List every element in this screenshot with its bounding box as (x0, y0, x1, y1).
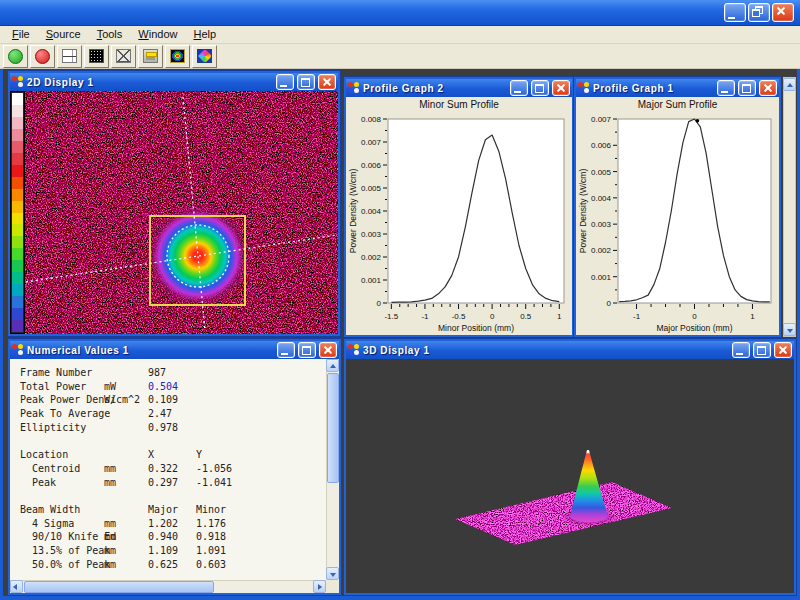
window-numerical-values: Numerical Values 1 Frame Number987Total … (8, 339, 341, 595)
menu-help[interactable]: Help (185, 27, 224, 42)
svg-text:0.006: 0.006 (591, 141, 612, 150)
svg-text:0.006: 0.006 (361, 161, 382, 170)
profiles-icon (62, 49, 77, 63)
svg-text:0.003: 0.003 (361, 230, 382, 239)
palette-icon (143, 49, 158, 63)
numeric-table: Frame Number987Total PowermW0.504Peak Po… (10, 359, 326, 580)
window-2d-display: 2D Display 1 (8, 71, 340, 336)
svg-text:Minor Sum Profile: Minor Sum Profile (419, 99, 499, 110)
palette-button[interactable] (138, 45, 163, 68)
app-close-button[interactable] (772, 3, 794, 22)
svg-text:0.004: 0.004 (361, 207, 382, 216)
profile1-close-button[interactable] (759, 80, 777, 96)
numeric-row: 4 Sigmamm1.2021.176 (10, 518, 326, 532)
svg-text:Major Sum Profile: Major Sum Profile (638, 99, 718, 110)
svg-text:1: 1 (750, 312, 755, 321)
beam-3d-peak-tip (587, 450, 590, 453)
menu-tools[interactable]: Tools (89, 27, 131, 42)
image-view-button[interactable] (84, 45, 109, 68)
numeric-row: 13.5% of Peakmm1.1091.091 (10, 545, 326, 559)
svg-text:-0.5: -0.5 (452, 312, 466, 321)
minor-axis-crosshair (183, 97, 205, 331)
3d-maximize-button[interactable] (753, 342, 771, 358)
window-app-icon (12, 76, 24, 88)
numeric-scroll-right-button[interactable] (313, 580, 326, 593)
window-app-icon (348, 344, 360, 356)
2d-close-button[interactable] (318, 74, 336, 90)
svg-text:0.008: 0.008 (361, 115, 382, 124)
application-window: FileSourceToolsWindowHelp 2D Display 1 (0, 0, 800, 600)
2d-minimize-button[interactable] (276, 74, 294, 90)
mdi-scroll-up-button[interactable] (783, 78, 796, 91)
profile1-titlebar[interactable]: Profile Graph 1 (576, 79, 779, 97)
mdi-scroll-down-button[interactable] (783, 323, 796, 336)
svg-text:0.001: 0.001 (361, 276, 382, 285)
numeric-row: Peak To Average2.47 (10, 408, 326, 422)
3d-display-content (346, 359, 794, 593)
numeric-row (10, 490, 326, 504)
beam-2d-view-button[interactable] (165, 45, 190, 68)
svg-text:Minor Position (mm): Minor Position (mm) (438, 323, 514, 333)
numeric-close-button[interactable] (319, 342, 337, 358)
window-3d-display: 3D Display 1 (344, 339, 796, 595)
numeric-vertical-scrollbar[interactable] (326, 359, 339, 580)
aperture-circle[interactable] (167, 225, 229, 287)
numeric-titlebar[interactable]: Numerical Values 1 (10, 341, 339, 359)
app-restore-button[interactable] (748, 3, 770, 22)
app-minimize-button[interactable] (724, 3, 746, 22)
profile2-title: Profile Graph 2 (363, 83, 507, 94)
numeric-row: 50.0% of Peakmm0.6250.603 (10, 559, 326, 573)
beam-3d-view-button[interactable] (192, 45, 217, 68)
profile1-content: Major Sum Profile00.0010.0020.0030.0040.… (576, 97, 779, 335)
red-circle-icon (35, 49, 50, 64)
numeric-scroll-left-button[interactable] (10, 580, 23, 593)
green-circle-icon (8, 49, 23, 64)
beam-3d-canvas (346, 359, 794, 593)
numeric-hscroll-thumb[interactable] (24, 581, 214, 593)
svg-text:0.007: 0.007 (591, 115, 612, 124)
svg-text:0: 0 (692, 312, 697, 321)
app-titlebar[interactable] (0, 0, 800, 26)
numeric-horizontal-scrollbar[interactable] (10, 580, 326, 593)
menu-bar: FileSourceToolsWindowHelp (0, 26, 800, 44)
menu-source[interactable]: Source (38, 27, 89, 42)
minor-profile-chart: Minor Sum Profile00.0010.0020.0030.0040.… (346, 97, 572, 335)
3d-display-titlebar[interactable]: 3D Display 1 (346, 341, 794, 359)
svg-text:0.005: 0.005 (591, 168, 612, 177)
svg-text:0: 0 (377, 299, 382, 308)
stop-button[interactable] (30, 45, 55, 68)
menu-window[interactable]: Window (130, 27, 185, 42)
svg-text:1: 1 (557, 312, 562, 321)
numeric-minimize-button[interactable] (277, 342, 295, 358)
svg-text:Power Density (W/cm): Power Density (W/cm) (348, 169, 358, 254)
roi-box[interactable] (150, 216, 245, 305)
profile2-titlebar[interactable]: Profile Graph 2 (346, 79, 572, 97)
numeric-row: Peakmm0.297-1.041 (10, 477, 326, 491)
wireframe-view-button[interactable] (111, 45, 136, 68)
toolbar (0, 44, 800, 69)
3d-display-title: 3D Display 1 (363, 345, 729, 356)
numeric-vscroll-thumb[interactable] (327, 373, 339, 483)
svg-text:0.5: 0.5 (520, 312, 532, 321)
major-profile-chart: Major Sum Profile00.0010.0020.0030.0040.… (576, 97, 779, 335)
numeric-maximize-button[interactable] (298, 342, 316, 358)
profile2-content: Minor Sum Profile00.0010.0020.0030.0040.… (346, 97, 572, 335)
profiles-view-button[interactable] (57, 45, 82, 68)
numeric-scroll-down-button[interactable] (326, 567, 339, 580)
start-button[interactable] (3, 45, 28, 68)
svg-text:0: 0 (607, 299, 612, 308)
numeric-row (10, 435, 326, 449)
mdi-vertical-scrollbar[interactable] (783, 77, 796, 337)
2d-maximize-button[interactable] (297, 74, 315, 90)
profile1-minimize-button[interactable] (717, 80, 735, 96)
menu-file[interactable]: File (4, 27, 38, 42)
window-app-icon (578, 82, 590, 94)
profile2-minimize-button[interactable] (510, 80, 528, 96)
3d-minimize-button[interactable] (732, 342, 750, 358)
numeric-scroll-up-button[interactable] (326, 359, 339, 372)
3d-close-button[interactable] (774, 342, 792, 358)
profile1-maximize-button[interactable] (738, 80, 756, 96)
2d-display-titlebar[interactable]: 2D Display 1 (10, 73, 338, 91)
profile2-close-button[interactable] (552, 80, 570, 96)
profile2-maximize-button[interactable] (531, 80, 549, 96)
